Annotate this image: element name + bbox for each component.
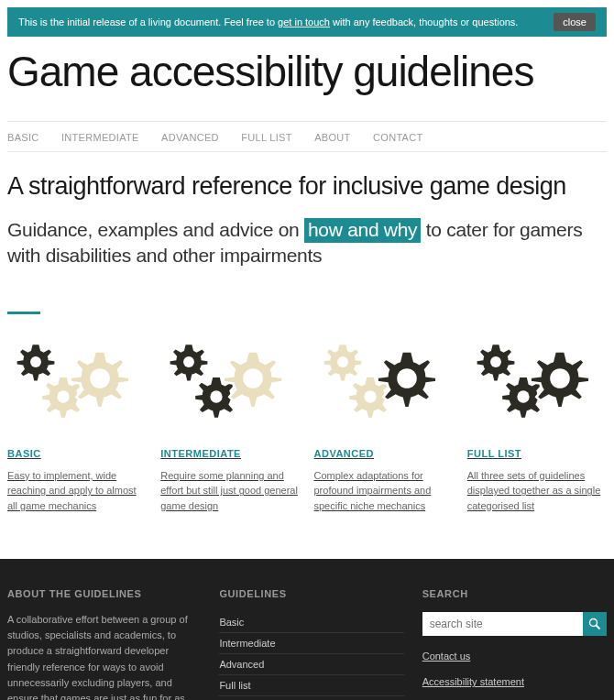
card-title: ADVANCED — [314, 448, 454, 459]
card-title: FULL LIST — [467, 448, 607, 459]
gears-icon — [314, 340, 454, 432]
nav-full-list[interactable]: FULL LIST — [241, 132, 291, 143]
footer-link-basic[interactable]: Basic — [219, 612, 403, 633]
card-title: BASIC — [7, 448, 147, 459]
card-basic[interactable]: BASIC Easy to implement, wide reaching a… — [7, 340, 147, 514]
footer-link-contact[interactable]: Contact us — [422, 651, 607, 662]
site-title: Game accessibility guidelines — [7, 49, 607, 93]
card-advanced[interactable]: ADVANCED Complex adaptations for profoun… — [314, 340, 454, 514]
sub-highlight: how and why — [304, 218, 421, 243]
footer-search-title: SEARCH — [422, 588, 607, 599]
nav-about[interactable]: ABOUT — [314, 132, 350, 143]
card-intermediate[interactable]: INTERMEDIATE Require some planning and e… — [160, 340, 300, 514]
search-input[interactable] — [422, 612, 583, 636]
sub-tagline: Guidance, examples and advice on how and… — [7, 217, 607, 268]
main-nav: BASIC INTERMEDIATE ADVANCED FULL LIST AB… — [7, 121, 607, 152]
card-desc: Easy to implement, wide reaching and app… — [7, 468, 147, 514]
footer-guidelines: GUIDELINES Basic Intermediate Advanced F… — [219, 588, 403, 700]
card-full-list[interactable]: FULL LIST All three sets of guidelines d… — [467, 340, 607, 514]
search-icon — [588, 618, 601, 630]
svg-point-0 — [590, 619, 598, 627]
banner-link[interactable]: get in touch — [278, 16, 330, 27]
footer-link-accessibility[interactable]: Accessibility statement — [422, 676, 607, 687]
separator — [7, 312, 40, 314]
gears-icon — [7, 340, 147, 432]
nav-contact[interactable]: CONTACT — [373, 132, 422, 143]
footer-link-intermediate[interactable]: Intermediate — [219, 633, 403, 654]
banner-text: This is the initial release of a living … — [18, 16, 518, 27]
footer-about-title: ABOUT THE GUIDELINES — [7, 588, 201, 599]
footer-about-body: A collaborative effort between a group o… — [7, 612, 201, 700]
tagline: A straightforward reference for inclusiv… — [7, 172, 607, 201]
banner-text-after: with any feedback, thoughts or questions… — [330, 16, 518, 27]
cards-row: BASIC Easy to implement, wide reaching a… — [7, 340, 607, 514]
search-form — [422, 612, 607, 636]
nav-intermediate[interactable]: INTERMEDIATE — [61, 132, 139, 143]
nav-advanced[interactable]: ADVANCED — [161, 132, 219, 143]
card-desc: Complex adaptations for profound impairm… — [314, 468, 454, 514]
footer-about: ABOUT THE GUIDELINES A collaborative eff… — [7, 588, 201, 700]
card-title: INTERMEDIATE — [160, 448, 300, 459]
gears-icon — [160, 340, 300, 432]
footer-search: SEARCH Contact us Accessibility statemen… — [422, 588, 607, 700]
sub-before: Guidance, examples and advice on — [7, 219, 304, 240]
search-button[interactable] — [583, 612, 607, 636]
footer-link-advanced[interactable]: Advanced — [219, 654, 403, 675]
card-desc: Require some planning and effort but sti… — [160, 468, 300, 514]
card-desc: All three sets of guidelines displayed t… — [467, 468, 607, 514]
banner-text-before: This is the initial release of a living … — [18, 16, 278, 27]
svg-line-1 — [597, 626, 600, 629]
nav-basic[interactable]: BASIC — [7, 132, 39, 143]
footer-guides-title: GUIDELINES — [219, 588, 403, 599]
footer-link-full[interactable]: Full list — [219, 675, 403, 696]
gears-icon — [467, 340, 607, 432]
footer: ABOUT THE GUIDELINES A collaborative eff… — [0, 559, 614, 700]
close-button[interactable]: close — [554, 13, 596, 31]
announcement-banner: This is the initial release of a living … — [7, 7, 607, 37]
